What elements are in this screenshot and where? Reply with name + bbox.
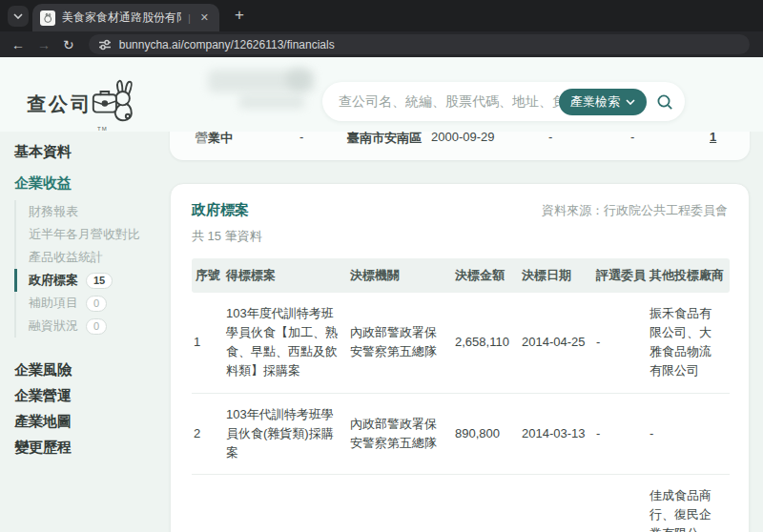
sidebar-sub-item[interactable]: 近半年各月營收對比 xyxy=(16,223,170,246)
tab-title: 美食家食材通路股份有限公司 xyxy=(62,10,181,26)
table-row: 3學校午餐食材採購(南北貨類)高雄市政府員工消費作社7,250,0002012-… xyxy=(192,474,730,532)
summary-cell: 2000-09-29 xyxy=(431,130,495,144)
summary-cell: - xyxy=(299,130,303,144)
table-row: 2103年代訓特考班學員伙食(雜貨類)採購案內政部警政署保安警察第五總隊890,… xyxy=(192,393,730,474)
site-header: 查公司 TM 查公司名、統編、股票代碼、地址、負責人 產業檢索 xyxy=(0,57,763,132)
column-header: 序號 xyxy=(192,258,224,293)
sidebar-sub-item[interactable]: 融資狀況0 xyxy=(16,315,170,338)
table-cell: - xyxy=(594,393,648,474)
table-cell: 103年代訓特考班學員伙食(雜貨類)採購案 xyxy=(224,393,348,474)
tab-strip: 美食家食材通路股份有限公司 | ✕ + xyxy=(0,0,763,31)
search-bar: 查公司名、統編、股票代碼、地址、負責人 產業檢索 xyxy=(322,82,685,121)
tab-title-divider: | xyxy=(188,12,191,24)
summary-cell: - xyxy=(548,130,552,144)
tab-close-button[interactable]: ✕ xyxy=(197,10,212,26)
summary-cell: - xyxy=(630,130,634,144)
count-badge: 15 xyxy=(86,273,113,289)
logo-trademark: TM xyxy=(97,126,108,132)
summary-cell[interactable]: 1 xyxy=(710,130,716,144)
search-icon[interactable] xyxy=(656,93,673,111)
back-button[interactable]: ← xyxy=(11,38,25,51)
address-bar[interactable]: bunnycha.ai/company/12626113/financials xyxy=(89,34,750,54)
browser-toolbar: ← → ↻ bunnycha.ai/company/12626113/finan… xyxy=(0,31,763,57)
table-cell: 2014-03-13 xyxy=(520,393,594,474)
sidebar-sub-item-label: 財務報表 xyxy=(29,203,78,220)
tab-search-button[interactable] xyxy=(8,6,29,27)
new-tab-button[interactable]: + xyxy=(227,3,252,28)
table-cell: - xyxy=(594,293,648,393)
browser-chrome: 美食家食材通路股份有限公司 | ✕ + ← → ↻ bunnycha.ai/co… xyxy=(0,0,763,57)
table-cell: - xyxy=(594,474,648,532)
column-header: 評選委員 xyxy=(594,258,648,293)
browser-tab[interactable]: 美食家食材通路股份有限公司 | ✕ xyxy=(32,4,219,31)
government-tenders-card: 政府標案 資料來源：行政院公共工程委員會 共 15 筆資料 序號得標標案決標機關… xyxy=(170,183,750,532)
blurred-content xyxy=(286,67,311,92)
table-row: 1103年度代訓特考班學員伙食【加工、熟食、早點、西點及飲料類】採購案內政部警政… xyxy=(192,293,730,393)
tenders-table: 序號得標標案決標機關決標金額決標日期評選委員其他投標廠商 1103年度代訓特考班… xyxy=(192,258,730,532)
record-count: 共 15 筆資料 xyxy=(192,228,728,245)
sidebar-item[interactable]: 產業地圖 xyxy=(14,408,170,434)
summary-cell: 營業中 xyxy=(196,130,233,147)
sidebar-sub-item-label: 融資狀況 xyxy=(29,317,78,335)
industry-search-button[interactable]: 產業檢索 xyxy=(559,89,647,115)
sidebar-item[interactable]: 企業風險 xyxy=(14,357,170,382)
sidebar-sub-item-label: 政府標案 xyxy=(29,272,78,289)
logo-text: 查公司 xyxy=(27,92,93,117)
summary-table-row: 營業中-臺南市安南區2000-09-29--1 xyxy=(170,130,750,149)
table-header-row: 序號得標標案決標機關決標金額決標日期評選委員其他投標廠商 xyxy=(192,258,730,293)
sidebar-sub-item[interactable]: 財務報表 xyxy=(16,200,170,223)
table-cell: 7,250,000 xyxy=(453,474,520,532)
sidebar-sub-item[interactable]: 產品收益統計 xyxy=(16,246,170,269)
sidebar-sub-item-label: 近半年各月營收對比 xyxy=(29,226,140,243)
search-input[interactable]: 查公司名、統編、股票代碼、地址、負責人 xyxy=(339,93,559,111)
sidebar-item[interactable]: 變更歷程 xyxy=(14,434,170,460)
table-cell: 3 xyxy=(192,474,224,532)
table-cell: 內政部警政署保安警察第五總隊 xyxy=(348,393,453,474)
industry-search-label: 產業檢索 xyxy=(570,93,620,111)
table-cell: 890,800 xyxy=(453,393,520,474)
table-cell: 振禾食品有限公司、大雅食品物流有限公司 xyxy=(648,293,730,393)
chevron-down-icon xyxy=(626,99,635,105)
column-header: 其他投標廠商 xyxy=(648,258,730,293)
sidebar-item[interactable]: 基本資料 xyxy=(14,135,170,167)
sidebar-item[interactable]: 企業收益 xyxy=(14,167,170,198)
column-header: 決標金額 xyxy=(453,258,520,293)
column-header: 得標標案 xyxy=(224,258,348,293)
table-cell: 103年度代訓特考班學員伙食【加工、熟食、早點、西點及飲料類】採購案 xyxy=(224,293,348,393)
blurred-content xyxy=(238,95,305,109)
table-cell: 2 xyxy=(192,393,224,474)
count-badge: 0 xyxy=(86,296,107,312)
reload-button[interactable]: ↻ xyxy=(63,38,74,51)
sidebar-sub-item[interactable]: 政府標案15 xyxy=(14,269,170,292)
data-source-label: 資料來源：行政院公共工程委員會 xyxy=(542,202,728,219)
page-content: 營業中-臺南市安南區2000-09-29--1 查公司 TM 查公司名、統編、股… xyxy=(0,57,763,532)
table-cell: 內政部警政署保安警察第五總隊 xyxy=(348,293,453,393)
table-cell: - xyxy=(648,393,730,474)
sidebar-item[interactable]: 企業營運 xyxy=(14,382,170,408)
table-cell: 1 xyxy=(192,293,224,393)
forward-button[interactable]: → xyxy=(37,38,51,51)
table-cell: 高雄市政府員工消費作社 xyxy=(348,474,453,532)
site-favicon-icon xyxy=(40,10,55,26)
table-cell: 2012-08-28 xyxy=(520,474,594,532)
sidebar-sub-item[interactable]: 補助項目0 xyxy=(16,292,170,315)
site-logo[interactable]: 查公司 TM xyxy=(27,76,138,128)
table-cell: 學校午餐食材採購(南北貨類) xyxy=(224,474,348,532)
sidebar-nav: 基本資料企業收益財務報表近半年各月營收對比產品收益統計政府標案15補助項目0融資… xyxy=(0,132,170,532)
table-cell: 佳成食品商行、復民企業有限公司、源祝企業有限公司、玖冠企業有限公司、薪糖企業股份… xyxy=(648,474,730,532)
url-text: bunnycha.ai/company/12626113/financials xyxy=(119,38,335,51)
table-cell: 2,658,110 xyxy=(453,293,520,393)
table-body: 1103年度代訓特考班學員伙食【加工、熟食、早點、西點及飲料類】採購案內政部警政… xyxy=(192,293,730,532)
sidebar-gap xyxy=(14,343,170,357)
sidebar-sub-item-label: 產品收益統計 xyxy=(29,249,103,266)
column-header: 決標機關 xyxy=(348,258,453,293)
sidebar-sub-item-label: 補助項目 xyxy=(29,295,78,312)
summary-cell: 臺南市安南區 xyxy=(347,130,422,147)
rabbit-logo-icon xyxy=(89,76,138,128)
column-header: 決標日期 xyxy=(520,258,594,293)
count-badge: 0 xyxy=(86,318,107,335)
sidebar-sub-list: 財務報表近半年各月營收對比產品收益統計政府標案15補助項目0融資狀況0 xyxy=(14,200,170,338)
section-title: 政府標案 xyxy=(192,201,249,219)
site-settings-icon[interactable] xyxy=(98,38,112,51)
table-cell: 2014-04-25 xyxy=(520,293,594,393)
